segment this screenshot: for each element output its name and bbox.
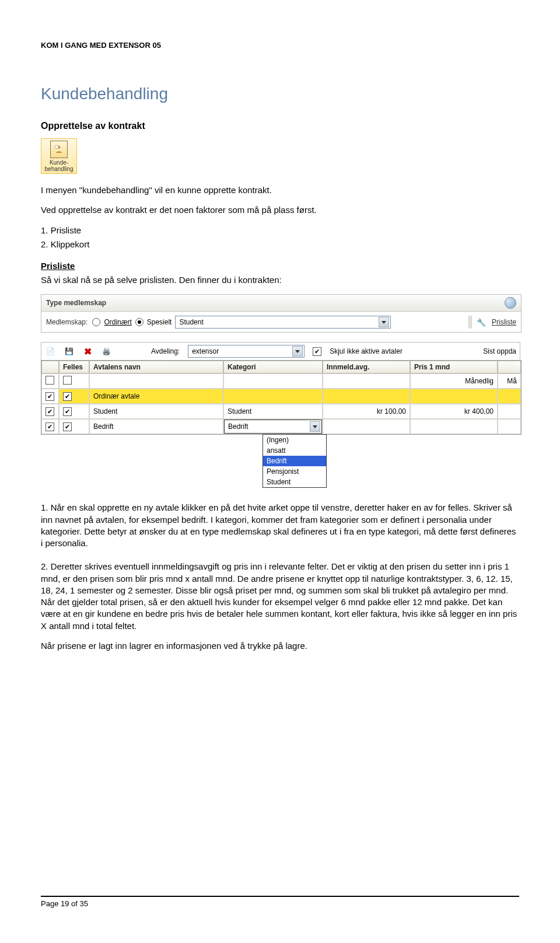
dropdown-option[interactable]: Pensjonist [263,466,326,477]
filter-check[interactable] [46,376,54,385]
row-felles-check[interactable] [63,392,72,401]
radio-spesielt-label: Spesielt [147,318,172,326]
row-navn: Student [89,404,223,419]
medlemskap-select-value: Student [179,318,203,326]
chevron-down-icon [379,317,389,327]
chevron-down-icon [310,421,320,432]
table-row[interactable]: Student Student kr 100,00 kr 400,00 [41,404,521,419]
avtaler-grid-panel: 📄 💾 ✖ 🖨️ Avdeling: extensor Skjul ikke a… [41,342,520,488]
new-icon[interactable]: 📄 [45,346,55,357]
kategori-dropdown[interactable]: (Ingen) ansatt Bedrift Pensjonist Studen… [262,434,327,488]
kategori-select-value: Bedrift [228,422,249,431]
dropdown-option[interactable]: Student [263,477,326,487]
final-text: Når prisene er lagt inn lagrer en inform… [41,640,519,652]
svg-rect-1 [55,145,58,148]
col-felles[interactable]: Felles [59,361,89,373]
kundebehandling-shortcut[interactable]: Kunde- behandling [41,138,77,174]
table-row[interactable]: Bedrift Bedrift [41,419,521,434]
row-innmeld [323,389,410,404]
section-heading: Opprettelse av kontrakt [41,121,519,131]
list-klippekort: 2. Klippekort [41,239,519,250]
shortcut-label-line2: behandling [43,166,75,172]
row-check[interactable] [46,407,54,416]
grip-icon [468,316,472,329]
step-1-text: 1. Når en skal opprette en ny avtale kli… [41,502,519,549]
avdeling-label: Avdeling: [151,347,180,355]
row-innmeld: kr 100,00 [323,404,410,419]
col-navn[interactable]: Avtalens navn [89,361,223,373]
row-pris1 [410,389,498,404]
sist-oppda-label: Sist oppda [483,347,516,355]
row-innmeld [323,419,410,434]
row-pris1 [410,419,498,434]
radio-spesielt[interactable] [135,318,144,326]
radio-ordinaert-label: Ordinært [104,318,131,326]
col-innmeld[interactable]: Innmeld.avg. [323,361,410,373]
save-icon[interactable]: 💾 [64,346,74,357]
chevron-down-icon [292,346,303,357]
kategori-select[interactable]: Bedrift [224,420,322,434]
list-prisliste: 1. Prisliste [41,225,519,236]
col-pris1[interactable]: Pris 1 mnd [410,361,498,373]
row-check[interactable] [46,422,54,431]
dropdown-option[interactable]: ansatt [263,445,326,456]
page-number: Page 19 of 35 [41,899,88,908]
avtaler-table: Felles Avtalens navn Kategori Innmeld.av… [41,360,522,435]
table-filter-row: Månedlig Må [41,373,521,389]
row-felles-check[interactable] [63,407,72,416]
filter-felles-check[interactable] [63,376,72,385]
collapse-icon[interactable] [505,297,516,309]
skjul-label: Skjul ikke aktive avtaler [330,347,402,355]
row-kategori [223,389,323,404]
medlemskap-panel: Type medlemskap Medlemskap: Ordinært Spe… [41,294,522,333]
dropdown-option[interactable]: Bedrift [263,456,326,466]
prisliste-heading: Prisliste [41,261,519,271]
filter-last: Må [498,373,521,389]
col-last[interactable] [498,361,521,373]
row-check[interactable] [46,392,54,401]
print-icon[interactable]: 🖨️ [101,346,111,357]
col-kategori[interactable]: Kategori [223,361,323,373]
radio-ordinaert[interactable] [92,318,100,326]
shortcut-label-line1: Kunde- [43,159,75,166]
row-navn: Ordinær avtale [89,389,223,404]
skjul-checkbox[interactable] [313,347,321,356]
row-pris1: kr 400,00 [410,404,498,419]
medlemskap-label: Medlemskap: [46,318,88,326]
table-row[interactable]: Ordinær avtale [41,389,521,404]
people-icon [50,141,68,158]
delete-icon[interactable]: ✖ [82,346,93,357]
step-2-text: 2. Deretter skrives eventuell innmelding… [41,561,519,632]
page-footer: Page 19 of 35 [41,896,519,908]
page-title: Kundebehandling [41,85,519,103]
intro-text-2: Ved opprettelse av kontrakt er det noen … [41,204,519,216]
avdeling-select-value: extensor [192,347,219,355]
col-check[interactable] [41,361,59,373]
prisliste-text: Så vi skal nå se på selve prislisten. De… [41,274,519,286]
row-kategori: Student [223,404,323,419]
dropdown-option[interactable]: (Ingen) [263,435,326,445]
filter-pris1: Månedlig [410,373,498,389]
row-felles-check[interactable] [63,422,72,431]
intro-text-1: I menyen "kundebehandling" vil en kunne … [41,184,519,196]
avdeling-select[interactable]: extensor [188,345,304,358]
panel-title: Type medlemskap [46,299,106,307]
medlemskap-select[interactable]: Student [175,316,391,329]
prisliste-link[interactable]: Prisliste [492,318,516,326]
row-navn: Bedrift [89,419,223,434]
prisliste-icon[interactable]: 🔧 [477,318,486,327]
doc-header: KOM I GANG MED EXTENSOR 05 [41,41,519,50]
